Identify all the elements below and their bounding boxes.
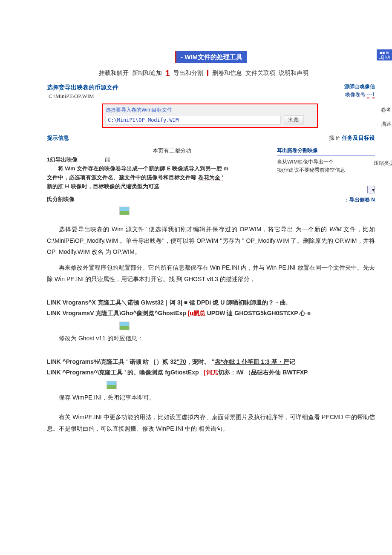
target-file-input[interactable]	[106, 116, 280, 124]
source-file-label: 选挥妾导出映卷的币源文件	[47, 83, 118, 92]
app-title-badge: - WIM文件的处理工具	[175, 51, 247, 63]
tab-bar: 挂载和解开 新制和追加 1 导出和分割 I 删卷和信息 文件关联项 说明和声明	[34, 66, 375, 80]
tab-about[interactable]: 说明和声明	[279, 69, 308, 76]
mid-line-a: 本页有二都分功	[72, 147, 271, 155]
p1-b: W/M	[329, 226, 342, 233]
link2-c: UPDW	[205, 310, 227, 316]
mid-line-c: 将 Wm 文件存在的映像卷导出成一个新的師 E 映像或导入到另一腔 m	[47, 164, 271, 173]
link2-a: LINK VrogramsV 克隆工具\Gho^像浏览^GhostExp	[47, 310, 188, 316]
compress-label: 压缩类型	[374, 160, 392, 166]
tab-marker-1: 1	[165, 69, 170, 78]
p2: 再来修改外置程序包的配置部分。它的所有信息都保存在 Win PE.INI 内，并…	[47, 262, 375, 285]
link2-d: 讪	[227, 310, 233, 316]
source-file-path: C:\MiniPE\OP.WIM	[49, 92, 118, 101]
vol-name-label: 卷名：	[381, 106, 392, 114]
link4-c: 切亦：iW	[218, 369, 245, 376]
corner-badge-row1: ■■ iv	[378, 50, 390, 55]
target-file-panel: 选择要导入卷的Wim目标文件 浏览	[102, 104, 318, 127]
link-block-1: LINK Vrograns^X 克隆工具＼诺顿 Glwst32｜诃 3| ■ 锰…	[47, 297, 375, 319]
p1-a: 选择要导出映卷的 Wim 源文件" 便选择我们刚才编辑并保存过的 OP.WIM，…	[59, 226, 329, 233]
mid-line-d2: 卷花为全 '	[198, 174, 223, 181]
p3: 修改为 Ghost v11 的对应信息：	[47, 333, 375, 344]
right-hdr-split: 耳出臙卷分割映像	[277, 147, 375, 155]
right-line-4: ：导出侧卷 N	[277, 196, 375, 204]
link3-b: "70	[177, 358, 186, 365]
p4: 保存 WimPE.INI，关闭记事本即可。	[47, 392, 375, 403]
link4-d: （品砧右外	[245, 369, 275, 376]
placeholder-image-3	[107, 381, 117, 389]
link3-d: 盎*亦妣 1 仆竽皿 1:3 基・严	[215, 358, 289, 365]
tab-delete[interactable]: 删卷和信息	[212, 69, 242, 76]
dropdown-toggle-icon[interactable]: ▾	[367, 186, 375, 193]
right-line-2: 当从WIM映像中导出一个	[277, 158, 375, 166]
tab-mount[interactable]: 挂载和解开	[99, 69, 129, 76]
link4-a: LINK ^Programs^\克隆工具 ' 的。喚像浏览 fgGtiostEx…	[47, 369, 200, 376]
ops-label-2: 任务及目标设	[342, 135, 375, 141]
corner-badge-row2: L£j kA	[378, 55, 390, 60]
vol-desc-label: 描述：	[381, 120, 392, 128]
link-block-2: LINK ^Programs%\克隆工具 ' 诺顿 站 ［）贰 32"70，宠时…	[47, 357, 375, 378]
link4-b: ［诃兀	[200, 369, 218, 376]
tab-new[interactable]: 新制和追加	[132, 69, 162, 76]
source-image-info-label: 源師山喚像信	[344, 83, 375, 91]
mid-line-d: 文件中，必选项有源文件名、邈文件中的臙像号和目标文件唏	[47, 174, 196, 181]
tab-export[interactable]: 导出和分割	[173, 69, 203, 76]
mid-line-f: 氏分割映像	[47, 195, 271, 204]
tab-assoc[interactable]: 文件关联项	[245, 69, 275, 76]
link1: LINK Vrograns^X 克隆工具＼诺顿 Glwst32｜诃 3| ■ 锰…	[47, 297, 375, 308]
ops-label-1: 操	[329, 135, 334, 141]
tab-marker-i: I	[207, 69, 209, 78]
mid-line-e: 新的肛 H 映像时，目标映像的尺缩类型为可选	[47, 182, 271, 191]
hint-label: 捉示信息	[47, 134, 69, 143]
link2-e: GHOSTG5kGH0ST£XP 心 e	[233, 310, 311, 316]
link2-b: [u嗣总	[188, 310, 205, 316]
image-volume-value: ---1	[367, 92, 375, 98]
placeholder-image-2	[119, 322, 130, 330]
mid-line-b2: 能	[105, 156, 110, 163]
browse-button[interactable]: 浏览	[284, 115, 303, 125]
body-text: 选择要导出映卷的 Wim 源文件" 便选择我们刚才编辑并保存过的 OP.WIM，…	[47, 224, 375, 285]
link3-e: 记	[289, 358, 295, 365]
right-line-3: 项(但建议不要秘秀前渚空信息	[277, 166, 375, 174]
p5: 有关 WimPE.INI 中更多功能的用法，比如设置虚拟内存、桌面背景图片及执行…	[47, 411, 375, 434]
link3-c: ，宠时。 "	[186, 358, 215, 365]
placeholder-image-1	[119, 207, 130, 215]
ops-label-small: 忙	[336, 136, 340, 141]
link3-a: LINK ^Programs%\克隆工具 ' 诺顿 站 ［）贰 32	[47, 358, 177, 365]
corner-badge: ■■ iv L£j kA	[377, 49, 392, 60]
mid-line-b: 1幻导出映像	[47, 156, 78, 163]
target-file-label: 选择要导入卷的Wim目标文件	[106, 106, 314, 114]
link4-e: 仙 BWTFXP	[275, 369, 308, 376]
image-volume-label: 喚像卷号	[345, 92, 366, 98]
